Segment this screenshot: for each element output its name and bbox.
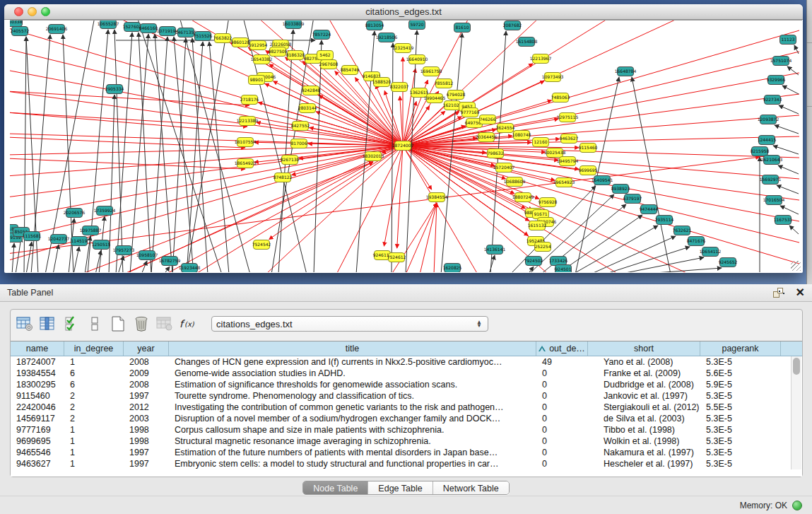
graph-node[interactable]: 18107554 <box>235 138 257 147</box>
graph-node[interactable]: 114519 <box>71 237 88 246</box>
scrollbar-thumb[interactable] <box>793 358 800 375</box>
graph-node[interactable]: 2935114 <box>655 216 674 225</box>
graph-node[interactable]: 15692971 <box>760 175 782 185</box>
graph-node[interactable]: 16543382 <box>251 55 273 64</box>
graph-node[interactable]: 9242848 <box>302 86 321 95</box>
graph-node[interactable]: 18302013 <box>363 152 384 161</box>
table-row[interactable]: 1830029562008Estimation of significance … <box>11 379 802 390</box>
graph-node[interactable]: 9827509 <box>269 47 288 57</box>
graph-node[interactable]: 6794028 <box>447 90 466 100</box>
graph-node[interactable]: 5912954 <box>249 41 268 50</box>
column-header-short[interactable]: short <box>588 341 700 356</box>
graph-node[interactable]: 18724007 <box>392 141 414 151</box>
graph-node[interactable]: 7663822 <box>213 34 233 43</box>
column-header-in_degree[interactable]: in_degree <box>64 341 124 356</box>
window-titlebar[interactable]: citations_edges.txt <box>4 4 803 20</box>
table-selector-dropdown[interactable]: citations_edges.txt ▲▼ <box>211 316 488 332</box>
table-settings-icon[interactable] <box>15 315 35 333</box>
table-scrollbar[interactable] <box>791 356 801 469</box>
graph-node[interactable]: 12325419 <box>392 44 414 53</box>
graph-node[interactable]: 9474444 <box>640 205 659 214</box>
graph-node[interactable]: 3624554 <box>496 124 515 133</box>
graph-node[interactable]: 81610 <box>454 23 471 33</box>
graph-node[interactable]: 2718176 <box>240 95 259 105</box>
graph-node[interactable]: 16648784 <box>615 67 637 76</box>
graph-node[interactable]: 9777169 <box>461 108 480 117</box>
table-row[interactable]: 977716911998Corpus callosum shape and si… <box>11 424 802 436</box>
minimize-window-icon[interactable] <box>28 7 37 16</box>
tab-node-table[interactable]: Node Table <box>303 481 368 494</box>
graph-node[interactable]: 19384554 <box>426 193 448 202</box>
graph-node[interactable]: 2967608 <box>319 60 339 69</box>
graph-node[interactable]: 1244415 <box>758 136 777 145</box>
graph-node[interactable]: 1588520 <box>372 78 392 87</box>
graph-node[interactable]: 1167531 <box>774 216 793 225</box>
graph-node[interactable]: 1115681 <box>23 232 42 241</box>
table-row[interactable]: 946362711997Embryonic stem cells: a mode… <box>11 458 802 469</box>
tab-network-table[interactable]: Network Table <box>433 481 509 494</box>
close-window-icon[interactable] <box>14 7 23 16</box>
new-table-icon[interactable] <box>108 315 128 333</box>
resize-grip-icon[interactable] <box>791 261 801 271</box>
graph-node[interactable]: 7924502 <box>524 257 543 266</box>
function-builder-icon[interactable]: f(x) <box>178 315 198 333</box>
graph-node[interactable]: 20206576 <box>64 209 86 218</box>
graph-node[interactable]: 8215958 <box>751 147 770 156</box>
graph-node[interactable]: 798632 <box>488 149 504 158</box>
table-row[interactable]: 946554611997Estimation of the future num… <box>11 447 802 458</box>
graph-node[interactable]: 7855812 <box>435 79 454 88</box>
graph-node[interactable]: 5462 <box>317 51 334 60</box>
column-header-out_de[interactable]: out_de… <box>536 341 588 356</box>
graph-node[interactable]: 12213967 <box>530 54 552 64</box>
graph-node[interactable]: 19654923 <box>553 178 575 187</box>
graph-node[interactable]: 20364456 <box>476 133 498 142</box>
graph-node[interactable]: 6379197 <box>623 194 642 204</box>
graph-node[interactable]: 10958107 <box>136 251 158 260</box>
graph-node[interactable]: 7524542 <box>252 240 271 250</box>
graph-node[interactable]: 8267130 <box>281 156 300 165</box>
graph-node[interactable]: 12975115 <box>557 113 579 122</box>
graph-node[interactable]: 15751074 <box>770 57 792 66</box>
graph-node[interactable]: 19904465 <box>424 94 446 103</box>
graph-node[interactable]: 16033809 <box>283 21 305 29</box>
graph-node[interactable]: 15720407 <box>493 163 515 173</box>
graph-node[interactable]: 9756928 <box>539 198 558 207</box>
graph-node[interactable]: 252254 <box>535 243 551 252</box>
graph-node[interactable]: 8427552 <box>291 122 310 131</box>
graph-node[interactable]: 16961758 <box>420 67 442 76</box>
graph-node[interactable]: 18807249 <box>512 193 534 202</box>
graph-node[interactable]: 12042737 <box>48 235 70 244</box>
graph-node[interactable]: 1250515 <box>92 240 111 250</box>
graph-node[interactable]: 10688609 <box>504 177 526 187</box>
column-header-pagerank[interactable]: pagerank <box>700 341 781 356</box>
graph-node[interactable]: 12093872 <box>758 115 779 124</box>
graph-node[interactable]: 20691406 <box>46 25 68 34</box>
graph-node[interactable]: 16640910 <box>406 55 428 64</box>
graph-node[interactable]: 8186328 <box>286 51 305 60</box>
graph-node[interactable]: 10654112 <box>700 247 722 257</box>
table-row[interactable]: 1938455462009Genome-wide association stu… <box>11 368 802 379</box>
zoom-window-icon[interactable] <box>41 7 50 16</box>
tab-edge-table[interactable]: Edge Table <box>368 481 433 494</box>
table-row[interactable]: 969969511998Structural magnetic resonanc… <box>11 436 802 447</box>
graph-node[interactable]: 16409541 <box>592 176 613 185</box>
column-header-title[interactable]: title <box>169 341 536 356</box>
graph-node[interactable]: 10973493 <box>542 73 564 82</box>
graph-node[interactable]: 9463627 <box>560 134 579 144</box>
graph-node[interactable]: 1080748 <box>512 131 531 140</box>
graph-node[interactable]: 817006 <box>291 139 307 148</box>
graph-node[interactable]: 7632621 <box>673 226 692 235</box>
graph-node[interactable]: 18654923 <box>235 159 257 168</box>
graph-node[interactable]: 9227343 <box>763 95 782 105</box>
graph-node[interactable]: 11123 <box>780 35 796 45</box>
graph-node[interactable]: 2905334 <box>105 85 124 94</box>
delete-table-icon[interactable] <box>131 315 151 333</box>
graph-node[interactable]: 17359924 <box>94 206 116 216</box>
table-row[interactable]: 1456911722003Disruption of a novel membe… <box>11 413 802 424</box>
graph-node[interactable]: 10655287 <box>98 21 119 29</box>
table-row[interactable]: 2242004622012Investigating the contribut… <box>11 402 802 413</box>
graph-node[interactable]: 16210643 <box>761 156 783 165</box>
graph-node[interactable]: 2405572 <box>11 27 30 36</box>
float-window-icon[interactable] <box>773 288 784 298</box>
graph-node[interactable]: 8748122 <box>273 173 293 182</box>
